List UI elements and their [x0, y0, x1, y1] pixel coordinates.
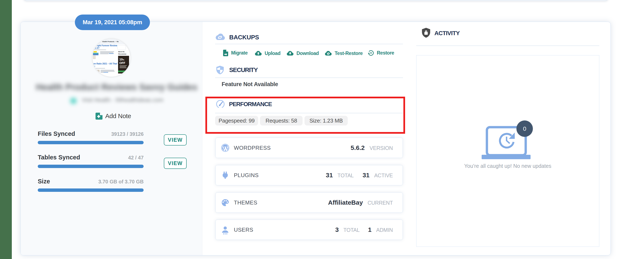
svg-text:0: 0 — [523, 125, 526, 132]
